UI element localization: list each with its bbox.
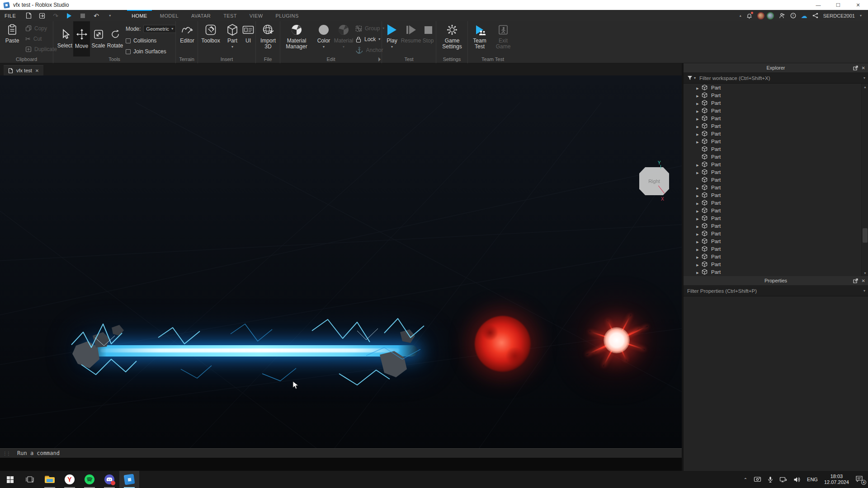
pop-out-icon[interactable] <box>853 278 858 283</box>
file-menu[interactable]: FILE <box>5 13 16 19</box>
explorer-item-part[interactable]: ▶Part <box>684 183 868 191</box>
collapse-ribbon-icon[interactable]: ▴ <box>740 14 741 18</box>
expand-arrow-icon[interactable]: ▶ <box>696 110 698 113</box>
maximize-button[interactable]: ☐ <box>828 0 848 10</box>
scale-tool-button[interactable]: Scale <box>90 21 107 56</box>
explorer-item-part[interactable]: ▶Part <box>684 91 868 99</box>
command-input[interactable]: Run a command <box>17 450 60 456</box>
command-bar[interactable]: ⋮⋮ Run a command <box>0 448 682 458</box>
explorer-scrollbar[interactable]: ▲ ▼ <box>861 84 868 276</box>
expand-arrow-icon[interactable]: ▶ <box>696 256 698 259</box>
expand-arrow-icon[interactable]: ▶ <box>696 217 698 221</box>
paste-button[interactable]: Paste <box>2 23 23 44</box>
tab-home[interactable]: HOME <box>125 10 154 21</box>
explorer-header[interactable]: Explorer ✕ <box>684 63 868 73</box>
mode-dropdown[interactable]: Geometric ▾ <box>143 25 176 33</box>
yandex-browser-button[interactable]: Y <box>60 471 80 488</box>
filter-funnel-icon[interactable] <box>687 75 693 80</box>
close-panel-icon[interactable]: ✕ <box>862 278 865 283</box>
explorer-item-part[interactable]: ▶Part <box>684 137 868 145</box>
color-button[interactable]: Color ▾ <box>315 23 333 49</box>
microphone-icon[interactable] <box>768 476 773 483</box>
new-file-icon[interactable] <box>25 12 32 19</box>
join-surfaces-checkbox[interactable]: Join Surfaces <box>126 48 166 55</box>
properties-header[interactable]: Properties ✕ <box>684 276 868 286</box>
explorer-item-part[interactable]: ▶Part <box>684 84 868 91</box>
explorer-item-part[interactable]: ▶Part <box>684 122 868 130</box>
tab-model[interactable]: MODEL <box>154 10 185 21</box>
explorer-item-part[interactable]: ▶Part <box>684 114 868 122</box>
open-file-icon[interactable] <box>38 12 46 19</box>
file-explorer-button[interactable] <box>40 471 60 488</box>
collisions-checkbox[interactable]: Collisions <box>126 38 156 44</box>
expand-arrow-icon[interactable]: ▶ <box>696 271 698 274</box>
play-button[interactable]: Play ▾ <box>384 23 400 49</box>
roblox-studio-taskbar-button[interactable] <box>119 471 139 488</box>
explorer-item-part[interactable]: ▶Part <box>684 199 868 206</box>
avatar[interactable] <box>767 12 774 19</box>
chevron-down-icon[interactable]: ▾ <box>323 45 325 49</box>
cloud-sync-icon[interactable]: ☁ <box>801 12 807 19</box>
account-dropdown-icon[interactable]: ▾ <box>860 14 862 18</box>
team-test-button[interactable]: Team Test <box>470 23 490 50</box>
close-button[interactable]: ✕ <box>848 0 868 10</box>
game-settings-button[interactable]: Game Settings <box>439 23 465 50</box>
lock-button[interactable]: Lock ▾ <box>355 35 380 44</box>
explorer-item-part[interactable]: ▶Part <box>684 191 868 199</box>
toolbox-button[interactable]: Toolbox <box>199 23 222 44</box>
volume-icon[interactable] <box>793 477 801 483</box>
explorer-item-part[interactable]: ▶Part <box>684 222 868 230</box>
select-tool-button[interactable]: Select <box>57 21 73 56</box>
notifications-bell-icon[interactable] <box>746 13 752 19</box>
account-name[interactable]: SERDCE2001 <box>823 13 855 19</box>
explorer-item-part[interactable]: ▶Part <box>684 245 868 253</box>
explorer-item-part[interactable]: Part <box>684 153 868 160</box>
spotify-button[interactable] <box>80 471 99 488</box>
expand-arrow-icon[interactable]: ▶ <box>696 248 698 251</box>
document-tab-vfx-test[interactable]: vfx test ✕ <box>4 65 43 75</box>
explorer-item-part[interactable]: ▶Part <box>684 130 868 137</box>
drag-handle-icon[interactable]: ⋮⋮ <box>3 451 10 456</box>
explorer-item-part[interactable]: ▶Part <box>684 160 868 168</box>
chevron-down-icon[interactable]: ▾ <box>863 289 865 293</box>
explorer-item-part[interactable]: ▶Part <box>684 260 868 268</box>
tab-test[interactable]: TEST <box>217 10 243 21</box>
wireless-display-icon[interactable] <box>754 476 761 483</box>
scroll-down-icon[interactable]: ▼ <box>862 270 868 276</box>
material-manager-button[interactable]: Material Manager <box>282 23 311 50</box>
expand-arrow-icon[interactable]: ▶ <box>696 87 698 90</box>
expand-arrow-icon[interactable]: ▶ <box>696 202 698 205</box>
expand-arrow-icon[interactable]: ▶ <box>696 210 698 213</box>
chevron-down-icon[interactable]: ▾ <box>378 38 380 41</box>
explorer-item-part[interactable]: ▶Part <box>684 99 868 107</box>
notification-center-icon[interactable]: 4 <box>855 475 864 483</box>
move-tool-button[interactable]: Move <box>73 21 90 56</box>
minimize-button[interactable]: — <box>808 0 828 10</box>
chevron-down-icon[interactable]: ▾ <box>231 45 233 49</box>
explorer-item-part[interactable]: ▶Part <box>684 268 868 276</box>
qat-dropdown-icon[interactable]: ▾ <box>106 12 113 19</box>
explorer-item-part[interactable]: ▶Part <box>684 214 868 222</box>
help-icon[interactable]: ? <box>790 13 796 19</box>
explorer-filter-input[interactable]: ▾ Filter workspace (Ctrl+Shift+X) ▾ <box>684 73 868 84</box>
properties-filter-input[interactable]: Filter Properties (Ctrl+Shift+P) ▾ <box>684 286 868 296</box>
network-icon[interactable] <box>779 477 787 483</box>
expand-arrow-icon[interactable]: ▶ <box>696 233 698 236</box>
expand-arrow-icon[interactable]: ▶ <box>696 187 698 190</box>
view-cube[interactable]: Right <box>639 167 669 195</box>
scroll-up-icon[interactable]: ▲ <box>862 84 868 90</box>
share-icon[interactable] <box>812 13 818 19</box>
collaborators-icon[interactable] <box>779 13 785 19</box>
viewport-3d[interactable]: Right Y X <box>0 75 682 448</box>
explorer-item-part[interactable]: ▶Part <box>684 107 868 114</box>
play-icon[interactable] <box>66 12 73 19</box>
explorer-item-part[interactable]: Part <box>684 176 868 183</box>
expand-arrow-icon[interactable]: ▶ <box>696 171 698 174</box>
import-3d-button[interactable]: Import 3D <box>257 23 279 50</box>
part-button[interactable]: Part ▾ <box>224 23 241 49</box>
ui-button[interactable]: UI <box>241 23 255 44</box>
expand-arrow-icon[interactable]: ▶ <box>696 194 698 197</box>
explorer-item-part[interactable]: ▶Part <box>684 206 868 214</box>
expand-arrow-icon[interactable]: ▶ <box>696 117 698 121</box>
avatar[interactable] <box>757 12 764 19</box>
